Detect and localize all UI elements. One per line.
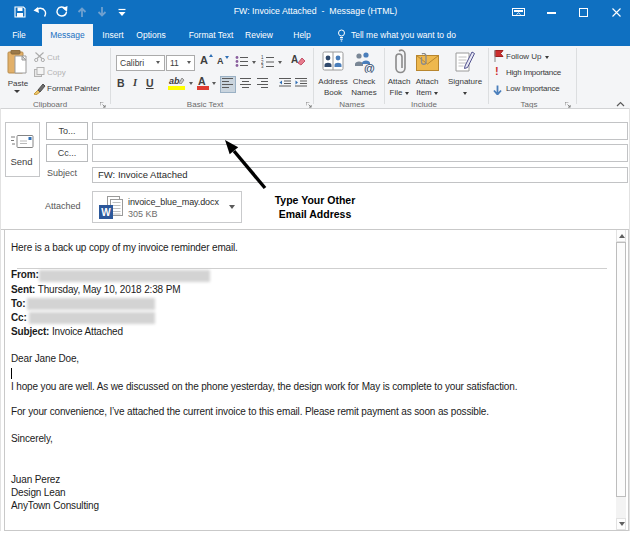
svg-text:3: 3 — [261, 64, 264, 68]
svg-text:@: @ — [364, 62, 375, 73]
svg-text:W: W — [101, 207, 111, 218]
